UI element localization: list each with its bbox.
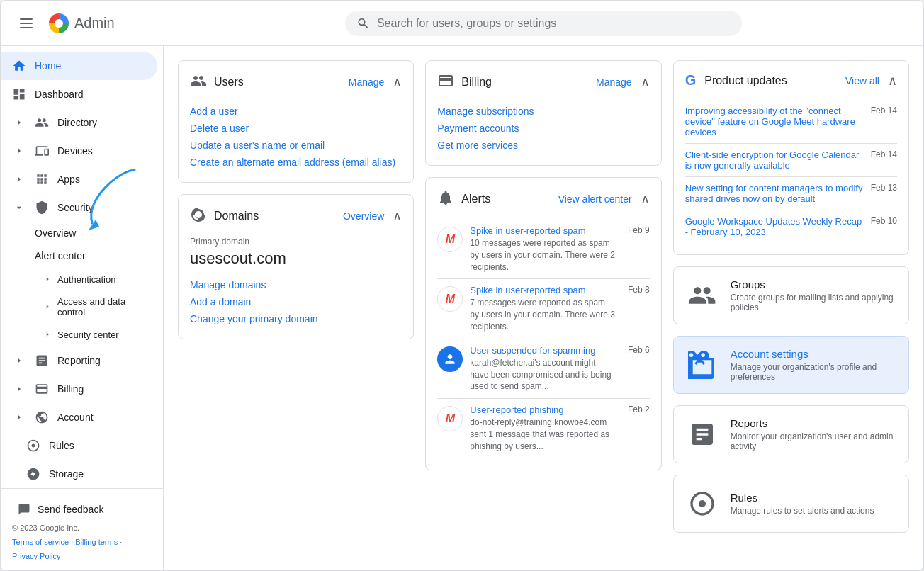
- account-settings-card-desc: Manage your organization's profile and p…: [731, 362, 897, 382]
- sidebar-item-security-center[interactable]: Security center: [1, 322, 157, 346]
- sidebar-item-storage[interactable]: Storage: [1, 460, 157, 488]
- sidebar-item-billing[interactable]: Billing: [1, 375, 157, 403]
- expand-apps-icon: [12, 172, 26, 186]
- terms-link[interactable]: Terms of service: [12, 538, 69, 546]
- reports-right-card[interactable]: Reports Monitor your organization's user…: [673, 405, 909, 463]
- sidebar-footer: Send feedback © 2023 Google Inc. Terms o…: [1, 488, 163, 570]
- alert-date-1: Feb 8: [628, 285, 650, 332]
- alert-title-1[interactable]: Spike in user-reported spam: [470, 285, 615, 295]
- update-text-3[interactable]: Google Workspace Updates Weekly Recap - …: [685, 216, 865, 237]
- hamburger-button[interactable]: [12, 9, 40, 38]
- sidebar-item-devices[interactable]: Devices: [1, 137, 157, 165]
- alert-gmail-icon-1: M: [437, 286, 463, 312]
- rules-right-card-text: Rules Manage rules to set alerts and act…: [731, 492, 874, 516]
- account-settings-icon: [685, 348, 719, 382]
- search-bar: [345, 11, 742, 36]
- view-all-link[interactable]: View all: [845, 75, 879, 86]
- storage-icon: [26, 467, 40, 481]
- sidebar-item-apps[interactable]: Apps: [1, 165, 157, 193]
- alert-title-2[interactable]: User suspended for spamming: [470, 345, 615, 356]
- create-email-alias-link[interactable]: Create an alternate email address (email…: [190, 154, 402, 171]
- users-collapse-icon[interactable]: ∧: [393, 74, 402, 90]
- app-title: Admin: [74, 15, 115, 31]
- update-text-2[interactable]: New setting for content managers to modi…: [685, 183, 865, 204]
- rules-card-desc: Manage rules to set alerts and actions: [731, 506, 874, 516]
- sidebar-item-auth-label: Authentication: [57, 274, 116, 285]
- reports-right-card-text: Reports Monitor your organization's user…: [731, 417, 897, 451]
- devices-icon: [35, 144, 49, 158]
- alert-date-3: Feb 2: [628, 405, 650, 452]
- update-user-link[interactable]: Update a user's name or email: [190, 137, 402, 154]
- add-domain-link[interactable]: Add a domain: [190, 293, 402, 310]
- billing-manage-link[interactable]: Manage: [596, 77, 632, 88]
- billing-collapse-icon[interactable]: ∧: [641, 74, 650, 90]
- delete-user-link[interactable]: Delete a user: [190, 120, 402, 137]
- rules-right-card-icon: [685, 487, 719, 521]
- update-item-1: Client-side encryption for Google Calend…: [685, 144, 897, 177]
- sidebar-item-alert-center[interactable]: Alert center: [1, 244, 157, 267]
- reports-card-name: Reports: [731, 417, 897, 429]
- feedback-label: Send feedback: [38, 504, 103, 515]
- account-icon: [35, 410, 49, 424]
- groups-right-card[interactable]: Groups Create groups for mailing lists a…: [673, 266, 909, 324]
- sidebar-item-dashboard[interactable]: Dashboard: [1, 80, 157, 108]
- main-layout: Home Dashboard: [1, 46, 923, 570]
- sidebar-item-directory[interactable]: Directory: [1, 108, 157, 137]
- billing-terms-link[interactable]: Billing terms: [75, 538, 118, 546]
- update-text-0[interactable]: Improving accessibility of the "connect …: [685, 106, 865, 137]
- send-feedback-button[interactable]: Send feedback: [12, 497, 152, 521]
- billing-card-title: Billing: [461, 76, 492, 89]
- billing-card-icon: [437, 72, 454, 91]
- domains-card-title: Domains: [214, 210, 259, 222]
- update-text-1[interactable]: Client-side encryption for Google Calend…: [685, 149, 865, 171]
- alert-desc-2: karah@fetcher.ai's account might have be…: [470, 357, 615, 392]
- alert-content-0: Spike in user-reported spam 10 messages …: [470, 225, 615, 273]
- apps-icon: [35, 172, 49, 186]
- manage-subscriptions-link[interactable]: Manage subscriptions: [437, 103, 649, 120]
- product-updates-collapse-icon[interactable]: ∧: [888, 73, 897, 89]
- account-settings-right-card[interactable]: Account settings Manage your organizatio…: [673, 336, 909, 394]
- add-user-link[interactable]: Add a user: [190, 103, 402, 120]
- sidebar-item-authentication[interactable]: Authentication: [1, 267, 157, 291]
- sidebar-item-reporting[interactable]: Reporting: [1, 346, 157, 375]
- domains-overview-link[interactable]: Overview: [343, 210, 384, 222]
- sidebar-item-account[interactable]: Account: [1, 403, 157, 431]
- product-updates-card: G Product updates View all ∧ Improving a…: [673, 60, 909, 255]
- sidebar-item-access-data-control[interactable]: Access and data control: [1, 291, 157, 322]
- users-manage-link[interactable]: Manage: [349, 77, 385, 88]
- directory-icon: [35, 115, 49, 130]
- sidebar-item-rules-label: Rules: [49, 440, 74, 451]
- search-input[interactable]: [377, 17, 731, 30]
- rules-icon: [26, 439, 40, 453]
- sidebar-item-home[interactable]: Home: [1, 52, 157, 80]
- sidebar-item-storage-label: Storage: [49, 468, 84, 480]
- update-date-2: Feb 13: [871, 183, 897, 204]
- get-more-services-link[interactable]: Get more services: [437, 137, 649, 154]
- alert-gmail-icon-3: M: [437, 406, 463, 431]
- app-logo: Admin: [49, 13, 115, 33]
- change-primary-domain-link[interactable]: Change your primary domain: [190, 310, 402, 327]
- sidebar-item-directory-label: Directory: [57, 117, 97, 128]
- alerts-card: Alerts View alert center ∧ M Spik: [425, 177, 661, 470]
- alerts-collapse-icon[interactable]: ∧: [641, 191, 650, 207]
- svg-rect-2: [20, 27, 33, 28]
- groups-card-name: Groups: [731, 278, 897, 290]
- sidebar-item-rules[interactable]: Rules: [1, 431, 157, 460]
- sidebar-item-security[interactable]: Security: [1, 193, 157, 222]
- sidebar-item-home-label: Home: [35, 60, 61, 72]
- sidebar-item-overview[interactable]: Overview: [1, 222, 157, 244]
- header: Admin: [1, 1, 923, 46]
- alert-item-2: User suspended for spamming karah@fetche…: [437, 339, 649, 399]
- sidebar-item-devices-label: Devices: [57, 145, 93, 157]
- privacy-link[interactable]: Privacy Policy: [12, 552, 60, 560]
- billing-icon: [35, 382, 49, 396]
- payment-accounts-link[interactable]: Payment accounts: [437, 120, 649, 137]
- domains-collapse-icon[interactable]: ∧: [393, 208, 402, 224]
- rules-right-card[interactable]: Rules Manage rules to set alerts and act…: [673, 475, 909, 533]
- users-card-icon: [190, 72, 207, 91]
- manage-domains-link[interactable]: Manage domains: [190, 276, 402, 293]
- alert-title-3[interactable]: User-reported phishing: [470, 405, 615, 415]
- view-alert-center-link[interactable]: View alert center: [558, 193, 632, 205]
- svg-rect-1: [20, 23, 33, 24]
- alert-title-0[interactable]: Spike in user-reported spam: [470, 225, 615, 236]
